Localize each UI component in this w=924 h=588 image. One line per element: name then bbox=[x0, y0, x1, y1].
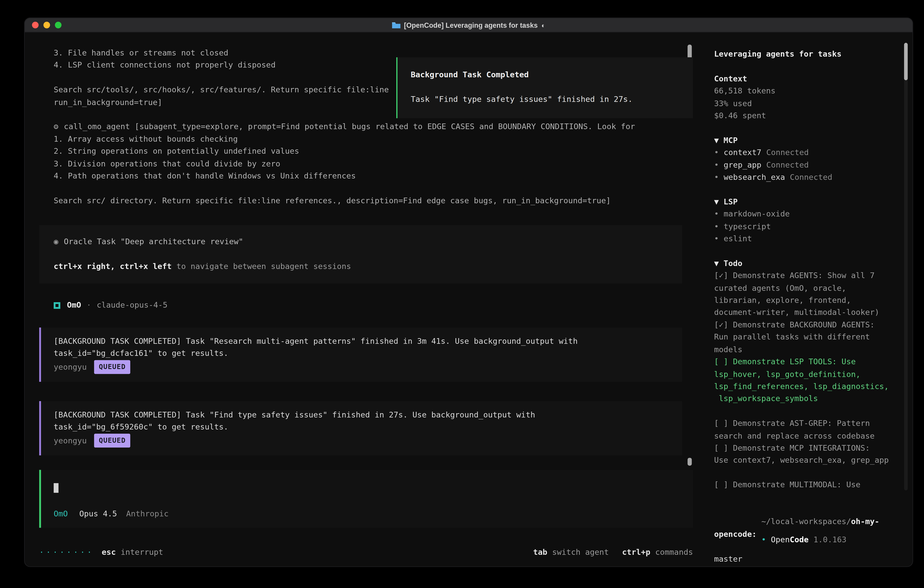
app-name: Open bbox=[771, 535, 790, 544]
model-status-line: OmOOpus 4.5Anthropic bbox=[54, 508, 680, 520]
hint-keys: ctrl+x right, ctrl+x left bbox=[54, 262, 172, 271]
scrollbar-thumb[interactable] bbox=[688, 458, 692, 466]
session-title: Leveraging agents for tasks bbox=[714, 48, 894, 61]
lsp-item: •typescript bbox=[714, 221, 894, 233]
todo-item-active: [ ] Demonstrate LSP TOOLS: Use lsp_hover… bbox=[714, 356, 894, 405]
window-title: [OpenCode] Leveraging agents for tasks bbox=[404, 21, 538, 29]
sidebar: Leveraging agents for tasks Context 66,5… bbox=[705, 33, 912, 567]
toast-title: Background Task Completed bbox=[411, 69, 678, 81]
context-heading: Context bbox=[714, 73, 894, 85]
tab-key-hint: tab bbox=[533, 548, 547, 557]
agent-icon bbox=[54, 302, 60, 309]
window-title-group: [OpenCode] Leveraging agents for tasks ◐ bbox=[25, 18, 912, 32]
app-name-bold: Code bbox=[790, 535, 809, 544]
bullet-icon: • bbox=[714, 234, 719, 243]
esc-key-label: interrupt bbox=[121, 548, 163, 557]
queued-badge: QUEUED bbox=[94, 434, 130, 448]
lsp-item: •eslint bbox=[714, 233, 894, 245]
lsp-item: •markdown-oxide bbox=[714, 208, 894, 221]
status-bar: ········escinterrupt tabswitch agentctrl… bbox=[39, 546, 693, 558]
lsp-section-toggle[interactable]: ▼ LSP bbox=[714, 196, 894, 208]
titlebar: [OpenCode] Leveraging agents for tasks ◐ bbox=[25, 18, 912, 33]
message-line: task_id="bg_6f59260c" to get results. bbox=[54, 421, 669, 434]
message-line: task_id="bg_dcfac161" to get results. bbox=[54, 348, 669, 360]
app-version: 1.0.163 bbox=[813, 535, 846, 544]
queued-badge: QUEUED bbox=[94, 360, 130, 374]
tool-call-line: ⚙call_omo_agent [subagent_type=explore, … bbox=[39, 121, 693, 133]
hint-text: to navigate between subagent sessions bbox=[172, 262, 351, 271]
bullet-icon: • bbox=[761, 535, 766, 544]
tool-call-item: 3. Division operations that could divide… bbox=[39, 158, 693, 170]
oracle-task-title: Oracle Task "Deep architecture review" bbox=[64, 237, 243, 246]
bullet-icon: • bbox=[714, 210, 719, 218]
bullet-icon: • bbox=[714, 222, 719, 231]
toast-body: Task "Find type safety issues" finished … bbox=[411, 93, 678, 106]
todo-item-done: [✓] Demonstrate AGENTS: Show all 7 curat… bbox=[714, 270, 894, 319]
window-content: 3. File handles or streams not closed 4.… bbox=[25, 33, 912, 567]
app-version-footer: •OpenCode1.0.163 bbox=[714, 522, 846, 558]
prompt-input[interactable]: OmOOpus 4.5Anthropic bbox=[39, 470, 693, 528]
sidebar-scrollbar[interactable] bbox=[904, 43, 908, 490]
agent-model: claude-opus-4-5 bbox=[97, 299, 167, 312]
bullet-icon: • bbox=[714, 173, 719, 182]
mcp-item: •grep_appConnected bbox=[714, 159, 894, 171]
status-left: ········escinterrupt bbox=[39, 546, 163, 558]
oracle-task-title-line: ◉Oracle Task "Deep architecture review" bbox=[54, 236, 668, 248]
mcp-item: •context7Connected bbox=[714, 147, 894, 159]
session-timer-icon: ◐ bbox=[541, 21, 545, 29]
oracle-status-icon: ◉ bbox=[54, 237, 58, 246]
mcp-section-toggle[interactable]: ▼ MCP bbox=[714, 134, 894, 147]
active-agent-label: OmO bbox=[54, 509, 68, 518]
spinner-dots: ········ bbox=[39, 548, 94, 557]
prompt-input-line[interactable] bbox=[54, 483, 680, 495]
todo-item-pending: [ ] Demonstrate MULTIMODAL: Use bbox=[714, 479, 894, 491]
bullet-icon: • bbox=[714, 148, 719, 157]
esc-key-hint: esc bbox=[102, 548, 116, 557]
message-line: [BACKGROUND TASK COMPLETED] Task "Find t… bbox=[54, 409, 669, 421]
gear-icon: ⚙ bbox=[54, 122, 58, 131]
desktop: [OpenCode] Leveraging agents for tasks ◐… bbox=[0, 0, 924, 588]
terminal-main: 3. File handles or streams not closed 4.… bbox=[25, 33, 705, 567]
context-tokens: 66,518 tokens bbox=[714, 85, 894, 97]
tool-call-item: 1. Array access without bounds checking bbox=[39, 133, 693, 145]
provider-label: Anthropic bbox=[126, 509, 169, 518]
context-spent: $0.46 spent bbox=[714, 110, 894, 122]
message-meta: yeongyuQUEUED bbox=[54, 434, 669, 448]
tool-call-text: call_omo_agent [subagent_type=explore, p… bbox=[64, 122, 635, 131]
context-used: 33% used bbox=[714, 97, 894, 110]
text-cursor bbox=[54, 483, 58, 493]
tab-key-label: switch agent bbox=[552, 548, 609, 557]
todo-section-toggle[interactable]: ▼ Todo bbox=[714, 258, 894, 270]
message-author: yeongyu bbox=[54, 362, 87, 371]
bullet-icon: • bbox=[714, 160, 719, 169]
scrollbar-thumb[interactable] bbox=[904, 43, 908, 80]
tool-call-item: 2. String operations on potentially unde… bbox=[39, 145, 693, 158]
message-meta: yeongyuQUEUED bbox=[54, 360, 669, 374]
mcp-item: •websearch_exaConnected bbox=[714, 171, 894, 183]
oracle-task-panel: ◉Oracle Task "Deep architecture review" … bbox=[39, 225, 682, 284]
agent-name: OmO bbox=[67, 299, 81, 312]
subagent-nav-hint: ctrl+x right, ctrl+x left to navigate be… bbox=[54, 261, 668, 273]
todo-item-pending: [ ] Demonstrate MCP INTEGRATIONS: Use co… bbox=[714, 442, 894, 467]
background-task-message: [BACKGROUND TASK COMPLETED] Task "Find t… bbox=[39, 401, 682, 456]
status-right: tabswitch agentctrl+pcommands bbox=[533, 546, 693, 558]
message-line: [BACKGROUND TASK COMPLETED] Task "Resear… bbox=[54, 335, 669, 347]
agent-header: OmO · claude-opus-4-5 bbox=[39, 299, 693, 312]
separator-dot: · bbox=[87, 299, 91, 312]
background-task-message: [BACKGROUND TASK COMPLETED] Task "Resear… bbox=[39, 327, 682, 382]
todo-item-pending: [ ] Demonstrate AST-GREP: Pattern search… bbox=[714, 418, 894, 442]
folder-icon bbox=[392, 21, 400, 28]
notification-toast: Background Task Completed Task "Find typ… bbox=[396, 57, 693, 118]
terminal-window: [OpenCode] Leveraging agents for tasks ◐… bbox=[24, 18, 913, 567]
commands-key-hint: ctrl+p bbox=[622, 548, 650, 557]
commands-key-label: commands bbox=[655, 548, 693, 557]
tool-call-item: 4. Path operations that don't handle Win… bbox=[39, 170, 693, 182]
active-model-label: Opus 4.5 bbox=[79, 509, 117, 518]
todo-item-done: [✓] Demonstrate BACKGROUND AGENTS: Run p… bbox=[714, 319, 894, 356]
tool-call-tail: Search src/ directory. Return specific f… bbox=[39, 195, 693, 207]
message-author: yeongyu bbox=[54, 436, 87, 445]
